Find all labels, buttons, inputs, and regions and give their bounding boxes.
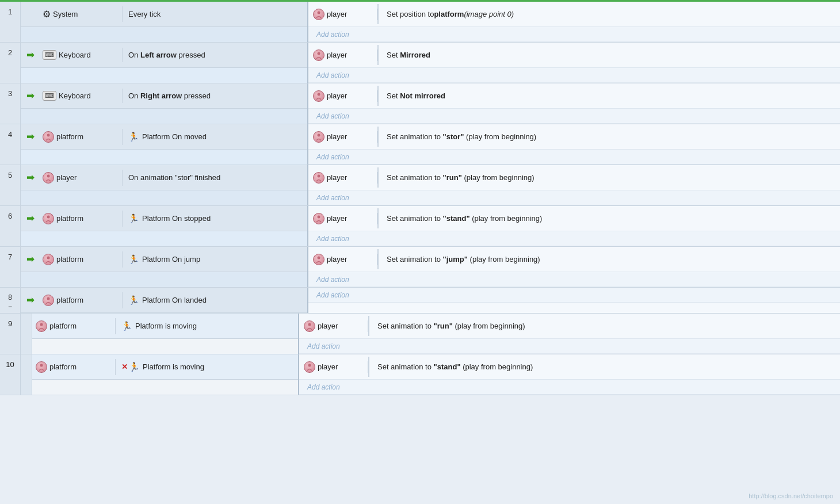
action-object-cell: player xyxy=(308,254,377,265)
event-condition-row[interactable]: ➡ platform🏃Platform On stopped xyxy=(21,206,307,231)
event-condition-row[interactable]: ➡ playerOn animation "stor" finished xyxy=(21,165,307,190)
platform-icon-wrap: 🏃 xyxy=(128,213,139,224)
keyboard-icon: ⌨ xyxy=(43,50,56,60)
event-object-cell: player xyxy=(39,170,123,186)
svg-point-15 xyxy=(308,364,311,366)
sub-row-number: 10 xyxy=(0,354,21,395)
event-object-name: Keyboard xyxy=(59,51,91,59)
action-row[interactable]: playerSet animation to "stand" (play fro… xyxy=(308,206,840,231)
event-actions-area: playerSet animation to "stor" (play from… xyxy=(308,124,840,165)
svg-point-2 xyxy=(318,93,320,96)
player-icon xyxy=(43,131,54,143)
event-actions-area: playerSet Not mirroredAdd action xyxy=(308,83,840,124)
action-desc-cell: Set position toplatform(image point 0) xyxy=(379,7,840,21)
arrow-cell: ➡ xyxy=(21,254,39,265)
event-object-cell: platform xyxy=(39,129,123,145)
sub-object-name: platform xyxy=(49,362,77,371)
sub-event-left: platform🏃Platform is moving xyxy=(32,314,299,354)
sub-condition-row[interactable]: platform✕🏃Platform is moving xyxy=(32,354,298,380)
sub-condition-row[interactable]: platform🏃Platform is moving xyxy=(32,314,298,339)
event-row: 3➡⌨KeyboardOn Right arrow pressed player… xyxy=(0,83,840,124)
row-num-text: 8 xyxy=(8,293,12,301)
platform-run-icon: 🏃 xyxy=(128,132,139,142)
event-row: 8−➡ platform🏃Platform On landedAdd actio… xyxy=(0,288,840,314)
svg-point-13 xyxy=(308,323,311,326)
action-row[interactable]: playerSet animation to "stor" (play from… xyxy=(308,124,840,150)
row-number: 2 xyxy=(0,43,21,83)
action-object-name: player xyxy=(327,132,347,141)
event-row: 1⚙SystemEvery tick playerSet position to… xyxy=(0,2,840,43)
action-desc: Set animation to "run" (play from beginn… xyxy=(377,322,525,330)
action-row[interactable]: playerSet animation to "run" (play from … xyxy=(299,314,840,339)
platform-run-icon: ✕🏃 xyxy=(121,362,140,372)
event-arrow: ➡ xyxy=(26,90,34,101)
keyboard-icon: ⌨ xyxy=(43,91,56,101)
collapse-btn[interactable]: − xyxy=(8,303,12,311)
add-action-area[interactable]: Add action xyxy=(308,109,840,124)
action-desc-cell: Set Not mirrored xyxy=(379,89,840,102)
event-condition-cell: 🏃Platform On landed xyxy=(123,292,307,309)
action-desc: Set Mirrored xyxy=(387,51,430,59)
add-action-area[interactable]: Add action xyxy=(308,272,840,287)
player-icon xyxy=(43,254,54,265)
event-actions-area: Add action xyxy=(308,288,840,313)
action-row[interactable]: playerSet Mirrored xyxy=(308,43,840,68)
action-object-name: player xyxy=(318,362,338,371)
condition-text: Every tick xyxy=(128,10,161,18)
add-action-label: Add action xyxy=(316,235,349,243)
event-actions-area: playerSet animation to "stand" (play fro… xyxy=(299,354,840,395)
event-condition-row[interactable]: ⚙SystemEvery tick xyxy=(21,2,307,27)
event-actions-area: playerSet animation to "run" (play from … xyxy=(308,165,840,205)
action-desc: Set animation to "stand" (play from begi… xyxy=(387,214,542,223)
row-number: 6 xyxy=(0,206,21,246)
event-condition-cell: 🏃Platform On stopped xyxy=(123,210,307,227)
action-row[interactable]: playerSet animation to "jump" (play from… xyxy=(308,247,840,272)
event-condition-cell: On animation "stor" finished xyxy=(123,170,307,185)
platform-run-icon: 🏃 xyxy=(128,295,139,306)
add-action-area[interactable]: Add action xyxy=(308,68,840,83)
svg-point-8 xyxy=(318,215,320,218)
add-action-label: Add action xyxy=(316,153,349,161)
event-object-name: Keyboard xyxy=(59,91,91,100)
event-condition-row[interactable]: ➡ platform🏃Platform On landed xyxy=(21,288,307,313)
add-action-area[interactable]: Add action xyxy=(308,190,840,205)
event-condition-cell: 🏃Platform On moved xyxy=(123,128,307,146)
add-action-area[interactable]: Add action xyxy=(299,380,840,395)
event-object-cell: ⚙System xyxy=(39,6,123,22)
sub-condition-cell: 🏃Platform is moving xyxy=(116,318,298,335)
event-condition-row[interactable]: ➡⌨KeyboardOn Left arrow pressed xyxy=(21,43,307,68)
add-action-label: Add action xyxy=(316,291,349,299)
action-object-name: player xyxy=(327,173,347,182)
svg-point-6 xyxy=(318,174,320,177)
add-action-area[interactable]: Add action xyxy=(299,339,840,354)
condition-text: Platform On landed xyxy=(142,296,207,304)
action-desc-cell: Set Mirrored xyxy=(379,48,840,62)
add-action-area[interactable]: Add action xyxy=(308,231,840,246)
add-action-area[interactable]: Add action xyxy=(308,150,840,165)
event-condition-row[interactable]: ➡ platform🏃Platform On moved xyxy=(21,124,307,150)
action-desc-cell: Set animation to "run" (play from beginn… xyxy=(379,171,840,184)
add-action-area[interactable]: Add action xyxy=(308,27,840,42)
row-number: 3 xyxy=(0,83,21,124)
event-object-name: platform xyxy=(56,255,83,264)
event-condition-row[interactable]: ➡⌨KeyboardOn Right arrow pressed xyxy=(21,83,307,109)
add-action-label: Add action xyxy=(316,276,349,284)
action-row[interactable]: playerSet animation to "run" (play from … xyxy=(308,165,840,190)
action-object-cell: player xyxy=(299,361,368,373)
player-icon xyxy=(43,295,54,306)
action-row[interactable]: playerSet position toplatform(image poin… xyxy=(308,2,840,27)
event-arrow: ➡ xyxy=(26,254,34,265)
event-sheet: 1⚙SystemEvery tick playerSet position to… xyxy=(0,0,840,395)
event-condition-row[interactable]: ➡ platform🏃Platform On jump xyxy=(21,247,307,272)
event-arrow: ➡ xyxy=(26,172,34,183)
event-object-name: player xyxy=(56,173,77,182)
event-row: 5➡ playerOn animation "stor" finished pl… xyxy=(0,165,840,206)
event-condition-cell: On Right arrow pressed xyxy=(123,88,307,104)
add-action-label: Add action xyxy=(316,30,349,39)
event-object-cell: platform xyxy=(39,292,123,308)
arrow-cell: ➡ xyxy=(21,295,39,306)
action-object-cell: player xyxy=(308,131,377,143)
action-row[interactable]: playerSet animation to "stand" (play fro… xyxy=(299,354,840,380)
add-action-area[interactable]: Add action xyxy=(308,288,840,303)
action-row[interactable]: playerSet Not mirrored xyxy=(308,83,840,109)
